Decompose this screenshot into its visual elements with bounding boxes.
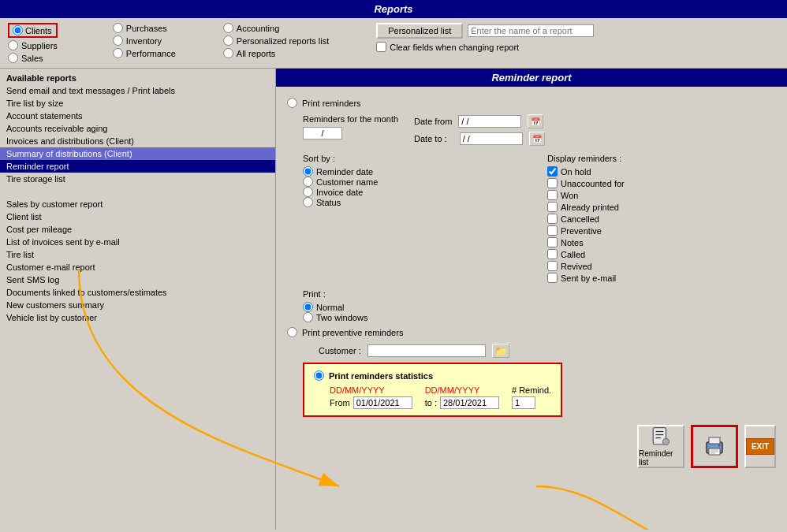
list-item[interactable]: Tire list by size [0, 97, 275, 110]
sort-by-label: Sort by : [303, 154, 532, 163]
customer-input[interactable] [367, 344, 486, 357]
exit-label: EXIT [746, 438, 774, 455]
sort-status[interactable]: Status [303, 197, 532, 207]
clients-label: Clients [25, 26, 52, 35]
sort-reminder-date[interactable]: Reminder date [303, 166, 532, 177]
left-panel: Available reports Send email and text me… [0, 69, 276, 530]
list-item[interactable]: Tire storage list [0, 173, 275, 185]
disp-called[interactable]: Called [547, 249, 776, 259]
right-panel: Reminder report Print reminders Reminder… [276, 69, 787, 530]
remind-hash-label: # Remind. [512, 385, 551, 395]
list-item[interactable]: Accounts receivable aging [0, 122, 275, 135]
customer-label: Customer : [319, 346, 361, 355]
clients-radio-box: Clients [8, 23, 58, 38]
exit-button[interactable]: EXIT [744, 425, 776, 468]
all-reports-radio[interactable] [223, 48, 233, 58]
accounting-radio-item[interactable]: Accounting [223, 23, 329, 33]
sort-by-section: Sort by : Reminder date Customer name In… [303, 154, 532, 285]
purchases-radio[interactable] [113, 23, 123, 33]
list-item-summary[interactable]: Summary of distributions (Client) [0, 147, 275, 160]
list-item[interactable]: New customers summary [0, 299, 275, 311]
remind-count-input[interactable] [512, 396, 535, 409]
accounting-radio[interactable] [223, 23, 233, 33]
print-reminders-radio[interactable] [287, 98, 297, 108]
inventory-radio-item[interactable]: Inventory [113, 35, 176, 46]
disp-won[interactable]: Won [547, 190, 776, 200]
print-normal[interactable]: Normal [303, 302, 776, 312]
print-reminders-label: Print reminders [302, 99, 361, 108]
print-button[interactable] [691, 425, 738, 468]
list-item[interactable]: Customer e-mail report [0, 261, 275, 273]
clear-fields-label: Clear fields when changing report [390, 43, 519, 52]
reminder-list-button[interactable]: Reminder list [637, 425, 684, 468]
list-item[interactable]: Tire list [0, 248, 275, 261]
customer-folder-button[interactable]: 📁 [492, 344, 509, 358]
clear-fields-checkbox[interactable] [376, 42, 386, 52]
from-date-input[interactable] [353, 396, 412, 409]
disp-revived[interactable]: Revived [547, 261, 776, 271]
list-item[interactable]: Cost per mileage [0, 223, 275, 236]
pers-reports-label: Personalized reports list [237, 36, 329, 46]
to-label: to : [425, 398, 437, 407]
list-item[interactable]: List of invoices sent by e-mail [0, 236, 275, 248]
disp-notes[interactable]: Notes [547, 237, 776, 247]
list-item[interactable]: Vehicle list by customer [0, 311, 275, 324]
inventory-radio[interactable] [113, 35, 123, 46]
print-stats-radio[interactable] [314, 370, 324, 381]
personalized-list-button[interactable]: Personalized list [376, 23, 463, 39]
disp-cancelled[interactable]: Cancelled [547, 214, 776, 224]
suppliers-radio-item[interactable]: Suppliers [8, 40, 58, 50]
suppliers-radio[interactable] [8, 40, 18, 50]
date-to-calendar-button[interactable]: 📅 [529, 132, 545, 146]
list-item[interactable]: Sent SMS log [0, 273, 275, 286]
list-item[interactable]: Send email and text messages / Print lab… [0, 84, 275, 97]
print-label: Print : [303, 289, 776, 299]
pers-reports-radio[interactable] [223, 35, 233, 46]
disp-printed[interactable]: Already printed [547, 202, 776, 212]
sort-invoice-date[interactable]: Invoice date [303, 187, 532, 197]
month-input[interactable] [303, 127, 342, 140]
performance-radio-item[interactable]: Performance [113, 48, 176, 58]
to-date-input[interactable] [440, 396, 499, 409]
print-icon [702, 434, 727, 459]
performance-label: Performance [126, 49, 176, 58]
purchases-radio-item[interactable]: Purchases [113, 23, 176, 33]
sales-radio[interactable] [8, 53, 18, 63]
page-title: Reports [374, 3, 412, 15]
reminders-month-label: Reminders for the month [303, 114, 398, 124]
list-item[interactable]: Sales by customer report [0, 198, 275, 210]
list-item[interactable]: Invoices and distributions (Client) [0, 135, 275, 147]
title-bar: Reports [0, 0, 787, 18]
pers-reports-radio-item[interactable]: Personalized reports list [223, 35, 329, 46]
dd-mm-yyyy-to-header: DD/MM/YYYY [425, 385, 499, 395]
print-reminders-section: Print reminders [287, 98, 776, 108]
disp-preventive[interactable]: Preventive [547, 225, 776, 236]
list-item[interactable]: Account statements [0, 110, 275, 122]
svg-point-4 [662, 438, 669, 445]
date-to-label: Date to : [414, 134, 447, 143]
sales-label: Sales [21, 54, 43, 63]
dd-mm-yyyy-from-header: DD/MM/YYYY [330, 385, 412, 395]
date-from-input[interactable] [458, 115, 521, 128]
date-from-label: Date from [414, 117, 452, 126]
sort-customer-name[interactable]: Customer name [303, 177, 532, 187]
print-preventive-radio[interactable] [287, 327, 297, 337]
disp-unaccounted[interactable]: Unaccounted for [547, 178, 776, 188]
sales-radio-item[interactable]: Sales [8, 53, 58, 63]
all-reports-radio-item[interactable]: All reports [223, 48, 329, 58]
reminder-list-icon [648, 426, 673, 447]
report-name-input[interactable] [468, 24, 594, 37]
date-from-calendar-button[interactable]: 📅 [528, 114, 543, 128]
print-two-windows[interactable]: Two windows [303, 312, 776, 322]
print-stats-label: Print reminders statistics [329, 371, 433, 381]
all-reports-label: All reports [237, 49, 276, 58]
svg-point-8 [718, 444, 721, 446]
disp-sent-email[interactable]: Sent by e-mail [547, 273, 776, 283]
list-item-reminder[interactable]: Reminder report [0, 160, 275, 173]
list-item[interactable]: Documents linked to customers/estimates [0, 286, 275, 299]
date-to-input[interactable] [460, 132, 523, 145]
list-item[interactable]: Client list [0, 210, 275, 223]
clients-radio[interactable] [13, 25, 23, 35]
disp-on-hold[interactable]: On hold [547, 166, 776, 177]
performance-radio[interactable] [113, 48, 123, 58]
